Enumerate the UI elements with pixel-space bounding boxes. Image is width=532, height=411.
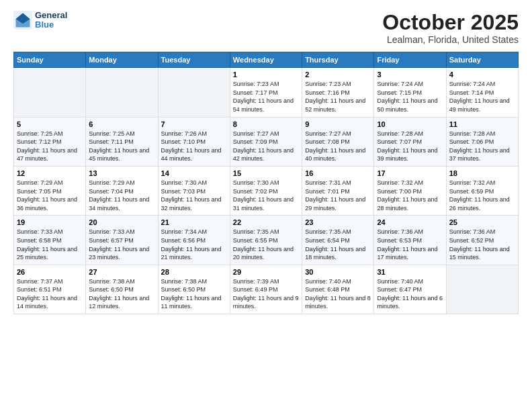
calendar-cell: 29Sunrise: 7:39 AMSunset: 6:49 PMDayligh… xyxy=(230,265,302,314)
day-info: Sunrise: 7:23 AMSunset: 7:17 PMDaylight:… xyxy=(233,80,299,113)
day-info: Sunrise: 7:33 AMSunset: 6:57 PMDaylight:… xyxy=(89,228,154,261)
logo-general: General xyxy=(35,11,67,20)
calendar-cell: 17Sunrise: 7:32 AMSunset: 7:00 PMDayligh… xyxy=(374,166,446,215)
calendar-table: SundayMondayTuesdayWednesdayThursdayFrid… xyxy=(13,52,519,314)
calendar-cell: 11Sunrise: 7:28 AMSunset: 7:06 PMDayligh… xyxy=(446,117,518,166)
calendar-week-row: 12Sunrise: 7:29 AMSunset: 7:05 PMDayligh… xyxy=(14,166,519,215)
calendar-cell: 8Sunrise: 7:27 AMSunset: 7:09 PMDaylight… xyxy=(230,117,302,166)
day-info: Sunrise: 7:34 AMSunset: 6:56 PMDaylight:… xyxy=(161,228,227,261)
day-info: Sunrise: 7:23 AMSunset: 7:16 PMDaylight:… xyxy=(305,80,371,113)
calendar-cell: 2Sunrise: 7:23 AMSunset: 7:16 PMDaylight… xyxy=(302,68,374,117)
calendar-cell: 28Sunrise: 7:38 AMSunset: 6:50 PMDayligh… xyxy=(158,265,230,314)
weekday-header-monday: Monday xyxy=(86,52,158,68)
day-info: Sunrise: 7:30 AMSunset: 7:02 PMDaylight:… xyxy=(233,179,299,212)
day-number: 14 xyxy=(161,169,227,177)
weekday-header-tuesday: Tuesday xyxy=(158,52,230,68)
calendar-cell: 18Sunrise: 7:32 AMSunset: 6:59 PMDayligh… xyxy=(446,166,518,215)
calendar-cell: 9Sunrise: 7:27 AMSunset: 7:08 PMDaylight… xyxy=(302,117,374,166)
calendar-cell: 19Sunrise: 7:33 AMSunset: 6:58 PMDayligh… xyxy=(14,216,86,265)
location: Lealman, Florida, United States xyxy=(382,34,519,45)
day-info: Sunrise: 7:38 AMSunset: 6:50 PMDaylight:… xyxy=(89,277,154,311)
day-info: Sunrise: 7:24 AMSunset: 7:14 PMDaylight:… xyxy=(449,80,515,113)
day-number: 16 xyxy=(305,169,371,177)
logo-blue: Blue xyxy=(35,20,67,30)
calendar-cell: 6Sunrise: 7:25 AMSunset: 7:11 PMDaylight… xyxy=(86,117,158,166)
day-info: Sunrise: 7:33 AMSunset: 6:58 PMDaylight:… xyxy=(17,228,83,261)
calendar-cell: 16Sunrise: 7:31 AMSunset: 7:01 PMDayligh… xyxy=(302,166,374,215)
day-info: Sunrise: 7:26 AMSunset: 7:10 PMDaylight:… xyxy=(161,130,227,163)
calendar-cell: 13Sunrise: 7:29 AMSunset: 7:04 PMDayligh… xyxy=(86,166,158,215)
month-title: October 2025 xyxy=(382,11,519,34)
calendar-cell: 23Sunrise: 7:35 AMSunset: 6:54 PMDayligh… xyxy=(302,216,374,265)
day-number: 8 xyxy=(233,120,299,128)
day-number: 19 xyxy=(17,218,83,226)
calendar-cell: 26Sunrise: 7:37 AMSunset: 6:51 PMDayligh… xyxy=(14,265,86,314)
title-block: October 2025 Lealman, Florida, United St… xyxy=(382,11,519,45)
day-info: Sunrise: 7:32 AMSunset: 6:59 PMDaylight:… xyxy=(449,179,515,212)
day-info: Sunrise: 7:36 AMSunset: 6:53 PMDaylight:… xyxy=(377,228,443,261)
calendar-cell: 5Sunrise: 7:25 AMSunset: 7:12 PMDaylight… xyxy=(14,117,86,166)
weekday-header-friday: Friday xyxy=(374,52,446,68)
day-info: Sunrise: 7:37 AMSunset: 6:51 PMDaylight:… xyxy=(17,277,83,311)
weekday-header-sunday: Sunday xyxy=(14,52,86,68)
day-number: 7 xyxy=(161,120,227,128)
logo-text: General Blue xyxy=(35,11,67,30)
day-number: 23 xyxy=(305,218,371,226)
calendar-header: SundayMondayTuesdayWednesdayThursdayFrid… xyxy=(14,52,519,68)
day-number: 12 xyxy=(17,169,83,177)
calendar-cell: 20Sunrise: 7:33 AMSunset: 6:57 PMDayligh… xyxy=(86,216,158,265)
calendar-cell: 15Sunrise: 7:30 AMSunset: 7:02 PMDayligh… xyxy=(230,166,302,215)
day-info: Sunrise: 7:36 AMSunset: 6:52 PMDaylight:… xyxy=(449,228,515,261)
calendar-cell: 10Sunrise: 7:28 AMSunset: 7:07 PMDayligh… xyxy=(374,117,446,166)
day-number: 3 xyxy=(377,71,443,79)
calendar-cell: 7Sunrise: 7:26 AMSunset: 7:10 PMDaylight… xyxy=(158,117,230,166)
day-number: 27 xyxy=(89,268,154,276)
day-info: Sunrise: 7:32 AMSunset: 7:00 PMDaylight:… xyxy=(377,179,443,212)
day-number: 30 xyxy=(305,268,371,276)
day-number: 5 xyxy=(17,120,83,128)
day-number: 26 xyxy=(17,268,83,276)
calendar-week-row: 5Sunrise: 7:25 AMSunset: 7:12 PMDaylight… xyxy=(14,117,519,166)
calendar-cell: 25Sunrise: 7:36 AMSunset: 6:52 PMDayligh… xyxy=(446,216,518,265)
calendar-week-row: 19Sunrise: 7:33 AMSunset: 6:58 PMDayligh… xyxy=(14,216,519,265)
day-info: Sunrise: 7:27 AMSunset: 7:08 PMDaylight:… xyxy=(305,130,371,163)
day-number: 31 xyxy=(377,268,443,276)
day-info: Sunrise: 7:25 AMSunset: 7:11 PMDaylight:… xyxy=(89,130,154,163)
weekday-header-thursday: Thursday xyxy=(302,52,374,68)
day-info: Sunrise: 7:29 AMSunset: 7:05 PMDaylight:… xyxy=(17,179,83,212)
calendar-cell xyxy=(86,68,158,117)
day-number: 6 xyxy=(89,120,154,128)
calendar-cell: 27Sunrise: 7:38 AMSunset: 6:50 PMDayligh… xyxy=(86,265,158,314)
calendar-cell: 21Sunrise: 7:34 AMSunset: 6:56 PMDayligh… xyxy=(158,216,230,265)
day-info: Sunrise: 7:35 AMSunset: 6:54 PMDaylight:… xyxy=(305,228,371,261)
weekday-header-row: SundayMondayTuesdayWednesdayThursdayFrid… xyxy=(14,52,519,68)
calendar-cell xyxy=(446,265,518,314)
day-info: Sunrise: 7:29 AMSunset: 7:04 PMDaylight:… xyxy=(89,179,154,212)
calendar-cell xyxy=(158,68,230,117)
day-number: 22 xyxy=(233,218,299,226)
logo-icon xyxy=(13,11,32,30)
calendar-cell: 3Sunrise: 7:24 AMSunset: 7:15 PMDaylight… xyxy=(374,68,446,117)
calendar-cell: 31Sunrise: 7:40 AMSunset: 6:47 PMDayligh… xyxy=(374,265,446,314)
calendar-cell: 24Sunrise: 7:36 AMSunset: 6:53 PMDayligh… xyxy=(374,216,446,265)
day-info: Sunrise: 7:28 AMSunset: 7:07 PMDaylight:… xyxy=(377,130,443,163)
day-number: 2 xyxy=(305,71,371,79)
day-number: 18 xyxy=(449,169,515,177)
day-number: 17 xyxy=(377,169,443,177)
calendar-container: General Blue October 2025 Lealman, Flori… xyxy=(0,0,532,325)
calendar-cell: 12Sunrise: 7:29 AMSunset: 7:05 PMDayligh… xyxy=(14,166,86,215)
calendar-cell: 14Sunrise: 7:30 AMSunset: 7:03 PMDayligh… xyxy=(158,166,230,215)
day-info: Sunrise: 7:25 AMSunset: 7:12 PMDaylight:… xyxy=(17,130,83,163)
day-info: Sunrise: 7:24 AMSunset: 7:15 PMDaylight:… xyxy=(377,80,443,113)
day-number: 15 xyxy=(233,169,299,177)
day-info: Sunrise: 7:28 AMSunset: 7:06 PMDaylight:… xyxy=(449,130,515,163)
day-number: 9 xyxy=(305,120,371,128)
day-info: Sunrise: 7:38 AMSunset: 6:50 PMDaylight:… xyxy=(161,277,227,311)
calendar-cell: 4Sunrise: 7:24 AMSunset: 7:14 PMDaylight… xyxy=(446,68,518,117)
day-number: 21 xyxy=(161,218,227,226)
header: General Blue October 2025 Lealman, Flori… xyxy=(13,11,519,45)
day-number: 1 xyxy=(233,71,299,79)
calendar-cell: 30Sunrise: 7:40 AMSunset: 6:48 PMDayligh… xyxy=(302,265,374,314)
calendar-cell xyxy=(14,68,86,117)
day-info: Sunrise: 7:39 AMSunset: 6:49 PMDaylight:… xyxy=(233,277,299,311)
